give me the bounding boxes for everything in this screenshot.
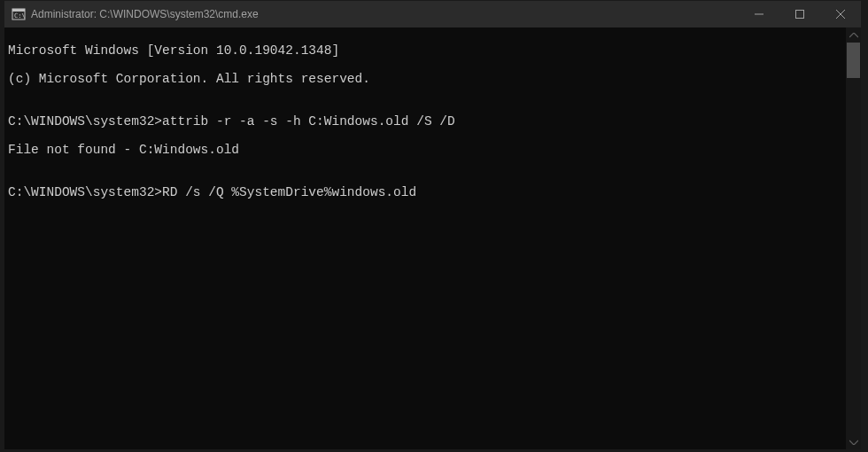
chevron-up-icon xyxy=(849,33,858,38)
cmd-window: C:\ Administrator: C:\WINDOWS\system32\c… xyxy=(4,1,861,449)
scroll-down-arrow[interactable] xyxy=(846,434,861,449)
scroll-thumb[interactable] xyxy=(847,43,860,78)
terminal-line: C:\WINDOWS\system32>attrib -r -a -s -h C… xyxy=(8,114,857,129)
close-icon xyxy=(836,10,845,19)
maximize-button[interactable] xyxy=(779,1,820,27)
svg-rect-1 xyxy=(12,9,25,12)
terminal-line: Microsoft Windows [Version 10.0.19042.13… xyxy=(8,43,857,58)
terminal-content: Microsoft Windows [Version 10.0.19042.13… xyxy=(4,27,861,230)
terminal-body[interactable]: Microsoft Windows [Version 10.0.19042.13… xyxy=(4,27,861,449)
scrollbar[interactable] xyxy=(846,27,861,449)
cmd-icon: C:\ xyxy=(12,7,26,21)
close-button[interactable] xyxy=(820,1,861,27)
titlebar[interactable]: C:\ Administrator: C:\WINDOWS\system32\c… xyxy=(4,1,861,27)
svg-rect-4 xyxy=(796,11,804,19)
scroll-up-arrow[interactable] xyxy=(846,27,861,43)
minimize-button[interactable] xyxy=(739,1,779,27)
chevron-down-icon xyxy=(849,440,858,445)
terminal-line: C:\WINDOWS\system32>RD /s /Q %SystemDriv… xyxy=(8,185,857,199)
window-controls xyxy=(739,1,861,27)
svg-text:C:\: C:\ xyxy=(14,12,26,19)
minimize-icon xyxy=(755,10,763,19)
maximize-icon xyxy=(795,10,804,19)
terminal-line: File not found - C:Windows.old xyxy=(8,143,857,157)
terminal-line: (c) Microsoft Corporation. All rights re… xyxy=(8,72,857,86)
window-title: Administrator: C:\WINDOWS\system32\cmd.e… xyxy=(31,8,739,20)
